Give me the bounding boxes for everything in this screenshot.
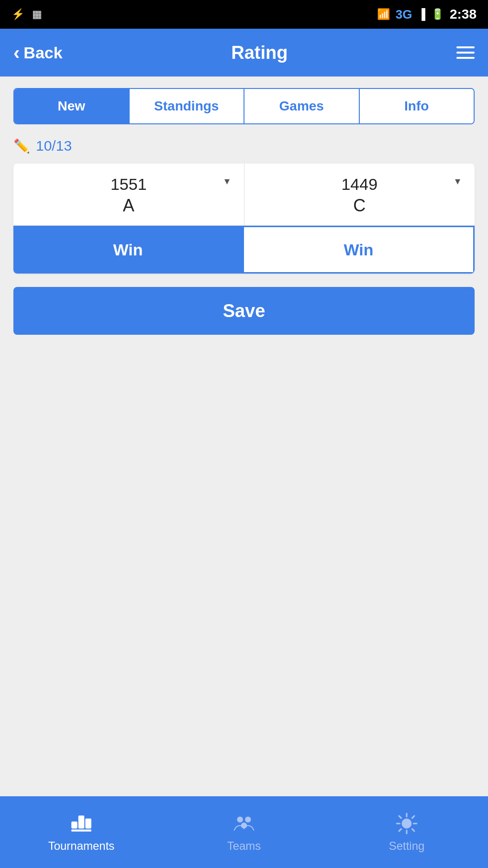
status-bar: ⚡ ▦ 📶 3G ▐ 🔋 2:38: [0, 0, 488, 29]
svg-point-6: [241, 823, 247, 829]
tab-games[interactable]: Games: [244, 89, 360, 123]
win-right-button[interactable]: Win: [243, 226, 475, 274]
main-content: New Standings Games Info ✏️ 10/13 1551 ▾…: [0, 77, 488, 796]
teams-label: Teams: [227, 839, 261, 853]
bottom-nav-setting[interactable]: Setting: [325, 812, 488, 853]
game-card-scores: 1551 ▾ A 1449 ▾ C: [13, 164, 475, 226]
setting-label: Setting: [389, 839, 425, 853]
player-b-col: 1449 ▾ C: [244, 164, 475, 225]
game-card: 1551 ▾ A 1449 ▾ C Win Win: [13, 164, 475, 274]
setting-icon: [395, 812, 419, 835]
player-a-col: 1551 ▾ A: [13, 164, 244, 225]
svg-point-5: [245, 816, 251, 823]
nav-bar: ‹ Back Rating: [0, 29, 488, 77]
usb-icon: ⚡: [11, 8, 24, 21]
menu-button[interactable]: [456, 46, 475, 59]
bottom-nav-tournaments[interactable]: Tournaments: [0, 812, 163, 853]
tab-info[interactable]: Info: [360, 89, 474, 123]
wifi-icon: 📶: [377, 8, 390, 21]
svg-rect-0: [71, 822, 78, 829]
bottom-nav-teams[interactable]: Teams: [163, 812, 325, 853]
svg-rect-2: [85, 819, 91, 829]
bottom-nav: Tournaments Teams Setting: [0, 796, 488, 868]
player-b-score: 1449: [341, 175, 377, 194]
player-a-score: 1551: [111, 175, 147, 194]
tab-bar: New Standings Games Info: [13, 88, 475, 124]
win-left-button[interactable]: Win: [13, 226, 243, 274]
edit-icon: ✏️: [13, 138, 30, 154]
player-a-dropdown-icon[interactable]: ▾: [224, 175, 230, 187]
back-label: Back: [23, 44, 62, 62]
tab-standings[interactable]: Standings: [130, 89, 245, 123]
svg-point-4: [237, 816, 243, 823]
date-text: 10/13: [36, 138, 72, 154]
date-row[interactable]: ✏️ 10/13: [13, 138, 475, 154]
battery-icon: 🔋: [431, 8, 444, 21]
back-arrow-icon: ‹: [13, 43, 20, 62]
back-button[interactable]: ‹ Back: [13, 43, 63, 62]
player-a-name: A: [123, 196, 134, 216]
game-card-actions: Win Win: [13, 226, 475, 274]
page-title: Rating: [231, 43, 288, 63]
save-button[interactable]: Save: [13, 287, 475, 335]
teams-icon: [232, 812, 256, 835]
svg-rect-1: [78, 815, 85, 828]
svg-rect-3: [71, 830, 91, 832]
status-bar-left: ⚡ ▦: [11, 8, 42, 21]
status-bar-right: 📶 3G ▐ 🔋 2:38: [377, 7, 477, 22]
tournaments-icon: [69, 812, 93, 835]
barcode-icon: ▦: [32, 8, 42, 21]
status-time: 2:38: [450, 7, 477, 22]
signal-icon: ▐: [418, 8, 425, 21]
tournaments-label: Tournaments: [48, 839, 115, 853]
network-label: 3G: [396, 7, 412, 22]
player-b-name: C: [353, 196, 366, 216]
player-b-dropdown-icon[interactable]: ▾: [455, 175, 460, 187]
tab-new[interactable]: New: [14, 89, 130, 123]
